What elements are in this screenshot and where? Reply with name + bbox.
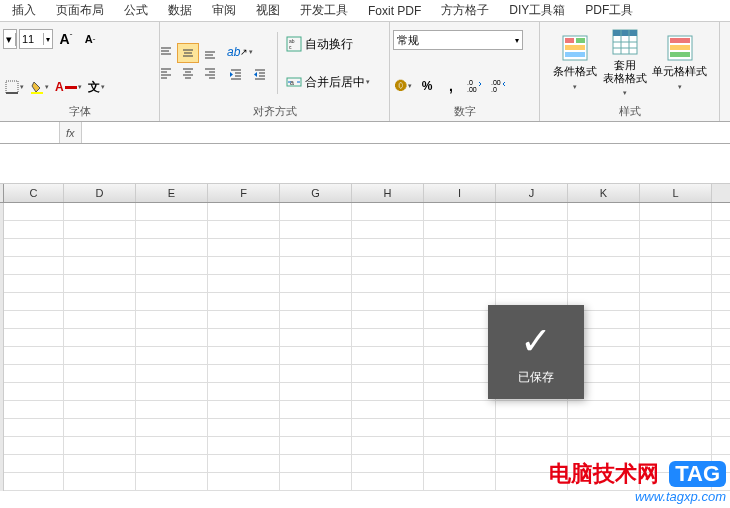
- cell[interactable]: [352, 401, 424, 419]
- cell[interactable]: [64, 311, 136, 329]
- cell[interactable]: [352, 437, 424, 455]
- cell[interactable]: [640, 347, 712, 365]
- cell[interactable]: [280, 311, 352, 329]
- align-middle-button[interactable]: [177, 43, 199, 63]
- align-top-button[interactable]: [155, 43, 177, 63]
- cell[interactable]: [4, 347, 64, 365]
- cell[interactable]: [640, 221, 712, 239]
- cell[interactable]: [4, 473, 64, 491]
- col-header[interactable]: J: [496, 184, 568, 202]
- align-right-button[interactable]: [199, 63, 221, 83]
- cell[interactable]: [640, 365, 712, 383]
- cell[interactable]: [136, 437, 208, 455]
- cell[interactable]: [208, 365, 280, 383]
- formula-input[interactable]: [81, 122, 730, 143]
- cell[interactable]: [4, 257, 64, 275]
- cell[interactable]: [208, 329, 280, 347]
- cell[interactable]: [280, 473, 352, 491]
- cell[interactable]: [64, 329, 136, 347]
- cell[interactable]: [208, 275, 280, 293]
- cell[interactable]: [4, 401, 64, 419]
- cell[interactable]: [640, 203, 712, 221]
- cell[interactable]: [208, 221, 280, 239]
- cell[interactable]: [208, 383, 280, 401]
- cell[interactable]: [568, 239, 640, 257]
- tab-data[interactable]: 数据: [158, 0, 202, 22]
- cell[interactable]: [136, 383, 208, 401]
- name-box[interactable]: [0, 122, 60, 143]
- cell[interactable]: [280, 221, 352, 239]
- cell[interactable]: [64, 383, 136, 401]
- col-header[interactable]: K: [568, 184, 640, 202]
- cell[interactable]: [136, 401, 208, 419]
- cell[interactable]: [568, 437, 640, 455]
- orientation-button[interactable]: ab↗▾: [225, 42, 255, 62]
- col-header[interactable]: D: [64, 184, 136, 202]
- cell[interactable]: [424, 473, 496, 491]
- phonetic-guide-button[interactable]: 文 ▾: [86, 77, 107, 97]
- cell[interactable]: [424, 329, 496, 347]
- col-header[interactable]: G: [280, 184, 352, 202]
- font-color-button[interactable]: A ▾: [53, 77, 84, 97]
- cell[interactable]: [640, 401, 712, 419]
- align-bottom-button[interactable]: [199, 43, 221, 63]
- cell[interactable]: [352, 473, 424, 491]
- cell[interactable]: [352, 239, 424, 257]
- increase-indent-button[interactable]: [249, 64, 271, 84]
- cell[interactable]: [568, 401, 640, 419]
- decrease-font-button[interactable]: Aˇ: [79, 29, 101, 49]
- col-header[interactable]: C: [4, 184, 64, 202]
- cell[interactable]: [496, 437, 568, 455]
- cell[interactable]: [280, 203, 352, 221]
- cell[interactable]: [424, 311, 496, 329]
- cell[interactable]: [64, 347, 136, 365]
- cell[interactable]: [64, 419, 136, 437]
- wrap-text-button[interactable]: abc 自动换行: [284, 34, 374, 54]
- font-size-dropdown-icon[interactable]: ▾: [44, 35, 52, 44]
- cell[interactable]: [4, 293, 64, 311]
- cell[interactable]: [4, 419, 64, 437]
- cell[interactable]: [136, 311, 208, 329]
- cell[interactable]: [208, 401, 280, 419]
- cell[interactable]: [136, 275, 208, 293]
- cell[interactable]: [136, 257, 208, 275]
- cell[interactable]: [208, 347, 280, 365]
- cell[interactable]: [496, 275, 568, 293]
- cell[interactable]: [64, 401, 136, 419]
- cell[interactable]: [208, 239, 280, 257]
- tab-insert[interactable]: 插入: [2, 0, 46, 22]
- font-name-box[interactable]: ▾: [3, 29, 17, 49]
- tab-pdf-tools[interactable]: PDF工具: [575, 0, 643, 22]
- grid-body[interactable]: [0, 203, 730, 491]
- cell[interactable]: [280, 365, 352, 383]
- tab-view[interactable]: 视图: [246, 0, 290, 22]
- accounting-format-button[interactable]: 🄌▾: [393, 76, 414, 96]
- tab-formulas[interactable]: 公式: [114, 0, 158, 22]
- cell[interactable]: [352, 293, 424, 311]
- col-header[interactable]: L: [640, 184, 712, 202]
- col-header[interactable]: F: [208, 184, 280, 202]
- cell[interactable]: [4, 329, 64, 347]
- cell[interactable]: [208, 437, 280, 455]
- format-as-table-button[interactable]: 套用 表格格式▾: [600, 24, 650, 102]
- cell[interactable]: [280, 257, 352, 275]
- align-left-button[interactable]: [155, 63, 177, 83]
- cell[interactable]: [136, 329, 208, 347]
- col-header[interactable]: H: [352, 184, 424, 202]
- cell[interactable]: [352, 329, 424, 347]
- cell[interactable]: [64, 257, 136, 275]
- cell[interactable]: [136, 203, 208, 221]
- cell[interactable]: [136, 347, 208, 365]
- cell[interactable]: [208, 311, 280, 329]
- col-header[interactable]: E: [136, 184, 208, 202]
- cell[interactable]: [280, 401, 352, 419]
- increase-decimal-button[interactable]: .0.00: [464, 76, 486, 96]
- cell[interactable]: [4, 275, 64, 293]
- cell[interactable]: [136, 221, 208, 239]
- cell[interactable]: [568, 257, 640, 275]
- cell[interactable]: [352, 257, 424, 275]
- cell[interactable]: [424, 401, 496, 419]
- cell[interactable]: [424, 203, 496, 221]
- font-size-box[interactable]: 11 ▾: [19, 29, 53, 49]
- merge-center-button[interactable]: a 合并后居中 ▾: [284, 72, 394, 92]
